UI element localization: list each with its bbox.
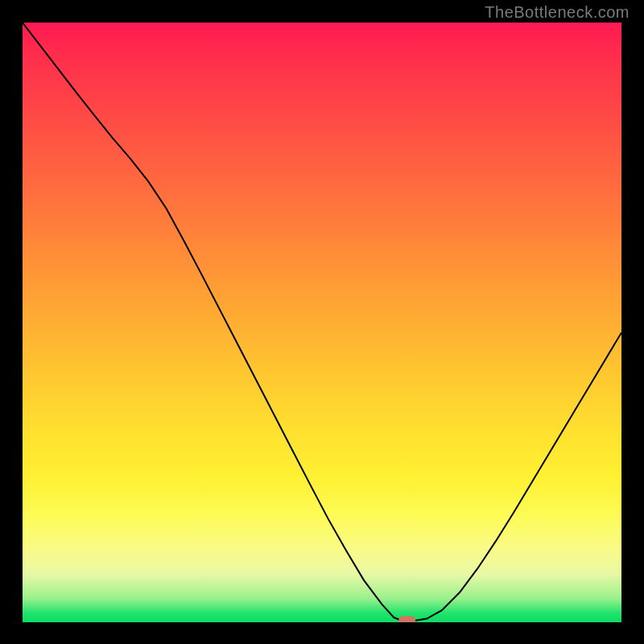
bottleneck-curve-plot: [23, 23, 621, 622]
chart-container: TheBottleneck.com: [0, 0, 644, 644]
bottleneck-curve-line: [23, 23, 621, 621]
plot-area: [23, 23, 621, 622]
watermark-text: TheBottleneck.com: [485, 3, 630, 22]
optimal-point-marker: [398, 616, 415, 622]
